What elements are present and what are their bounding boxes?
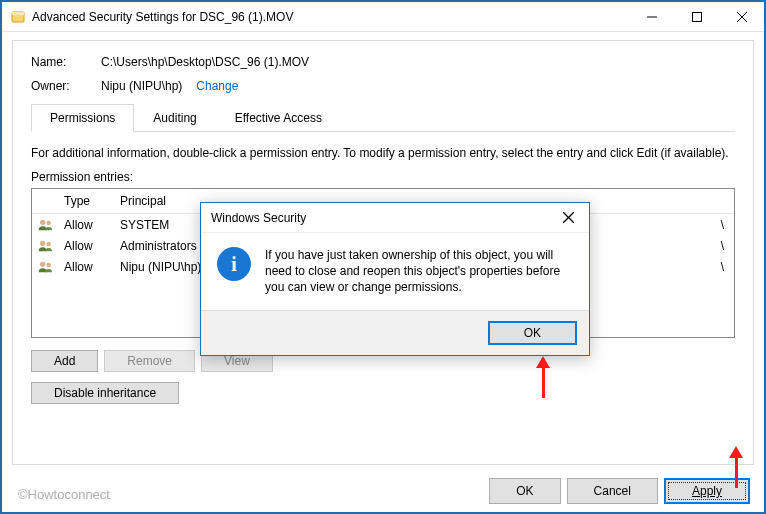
svg-point-11: [46, 262, 51, 267]
app-icon: [10, 9, 26, 25]
svg-point-10: [40, 261, 45, 266]
tab-strip: Permissions Auditing Effective Access: [31, 103, 735, 132]
remove-button: Remove: [104, 350, 195, 372]
maximize-button[interactable]: [674, 2, 719, 31]
cell-trail: \: [721, 239, 724, 253]
watermark: ©Howtoconnect: [18, 487, 110, 502]
svg-point-6: [40, 219, 45, 224]
change-owner-link[interactable]: Change: [196, 79, 238, 93]
cell-trail: \: [721, 218, 724, 232]
svg-point-8: [40, 240, 45, 245]
cancel-button[interactable]: Cancel: [567, 478, 658, 504]
name-value: C:\Users\hp\Desktop\DSC_96 (1).MOV: [101, 55, 309, 69]
dialog-title: Windows Security: [211, 211, 306, 225]
owner-value: Nipu (NIPU\hp): [101, 79, 182, 93]
annotation-arrow-apply: [729, 446, 743, 488]
svg-point-9: [46, 241, 51, 246]
svg-rect-3: [692, 12, 701, 21]
tab-effective-access[interactable]: Effective Access: [216, 104, 341, 132]
windows-security-dialog: Windows Security i If you have just take…: [200, 202, 590, 356]
disable-inheritance-button[interactable]: Disable inheritance: [31, 382, 179, 404]
svg-rect-1: [12, 12, 24, 15]
window-title: Advanced Security Settings for DSC_96 (1…: [32, 10, 293, 24]
principal-icon: [32, 239, 60, 253]
svg-point-7: [46, 220, 51, 225]
dialog-close-button[interactable]: [547, 203, 589, 232]
info-text: For additional information, double-click…: [31, 146, 735, 160]
principal-icon: [32, 260, 60, 274]
permission-entries-label: Permission entries:: [31, 170, 735, 184]
owner-label: Owner:: [31, 79, 101, 93]
column-header-type[interactable]: Type: [60, 189, 116, 213]
close-button[interactable]: [719, 2, 764, 31]
minimize-button[interactable]: [629, 2, 674, 31]
ok-button[interactable]: OK: [489, 478, 560, 504]
cell-trail: \: [721, 260, 724, 274]
cell-type: Allow: [60, 239, 116, 253]
name-label: Name:: [31, 55, 101, 69]
tab-permissions[interactable]: Permissions: [31, 104, 134, 132]
principal-icon: [32, 218, 60, 232]
cell-type: Allow: [60, 260, 116, 274]
tab-auditing[interactable]: Auditing: [134, 104, 215, 132]
annotation-arrow-dialog-ok: [536, 356, 550, 398]
info-icon: i: [217, 247, 251, 281]
titlebar: Advanced Security Settings for DSC_96 (1…: [2, 2, 764, 32]
dialog-ok-button[interactable]: OK: [488, 321, 577, 345]
dialog-message: If you have just taken ownership of this…: [265, 247, 573, 296]
add-button[interactable]: Add: [31, 350, 98, 372]
cell-type: Allow: [60, 218, 116, 232]
